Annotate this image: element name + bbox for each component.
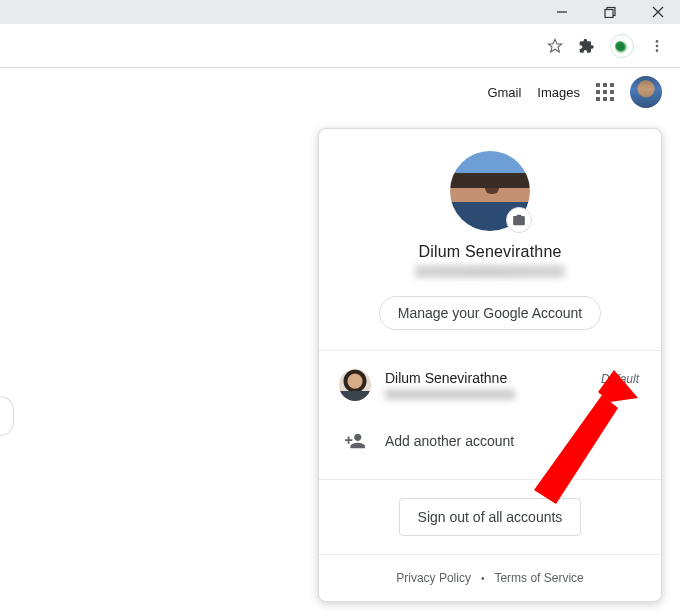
- svg-point-7: [656, 44, 659, 47]
- account-dropdown: Dilum Senevirathne Manage your Google Ac…: [318, 128, 662, 602]
- primary-avatar-wrap: [450, 151, 530, 231]
- privacy-link[interactable]: Privacy Policy: [396, 571, 471, 585]
- account-avatar-button[interactable]: [630, 76, 662, 108]
- maximize-button[interactable]: [600, 1, 620, 23]
- google-apps-icon[interactable]: [596, 83, 614, 101]
- browser-profile-icon[interactable]: [610, 34, 634, 58]
- terms-link[interactable]: Terms of Service: [494, 571, 583, 585]
- account-avatar: [339, 369, 371, 401]
- bookmark-star-icon[interactable]: [546, 37, 564, 55]
- manage-account-button[interactable]: Manage your Google Account: [379, 296, 601, 330]
- signout-section: Sign out of all accounts: [319, 480, 661, 555]
- signout-button[interactable]: Sign out of all accounts: [399, 498, 582, 536]
- dropdown-header: Dilum Senevirathne Manage your Google Ac…: [319, 129, 661, 351]
- close-button[interactable]: [648, 1, 668, 23]
- person-add-icon: [339, 425, 371, 457]
- add-account-row[interactable]: Add another account: [319, 411, 661, 471]
- partial-dialog-edge: [0, 396, 14, 436]
- minimize-button[interactable]: [552, 1, 572, 23]
- account-name: Dilum Senevirathne: [385, 370, 507, 386]
- footer-separator: •: [481, 573, 485, 584]
- add-account-label: Add another account: [385, 433, 514, 449]
- browser-toolbar: [0, 24, 680, 68]
- images-link[interactable]: Images: [537, 85, 580, 100]
- kebab-menu-icon[interactable]: [648, 37, 666, 55]
- account-row[interactable]: Dilum Senevirathne Default: [319, 359, 661, 411]
- window-titlebar: [0, 0, 680, 24]
- dropdown-footer: Privacy Policy • Terms of Service: [319, 555, 661, 601]
- svg-point-6: [656, 40, 659, 43]
- default-badge: Default: [601, 372, 639, 386]
- account-email-blurred: [385, 389, 515, 400]
- primary-account-email-blurred: [415, 265, 565, 278]
- svg-marker-5: [548, 39, 561, 52]
- change-photo-button[interactable]: [506, 207, 532, 233]
- google-nav: Gmail Images: [0, 68, 680, 116]
- primary-account-name: Dilum Senevirathne: [418, 243, 561, 261]
- gmail-link[interactable]: Gmail: [487, 85, 521, 100]
- extensions-icon[interactable]: [578, 37, 596, 55]
- svg-rect-2: [605, 10, 613, 18]
- account-list: Dilum Senevirathne Default Add another a…: [319, 351, 661, 480]
- svg-point-8: [656, 49, 659, 52]
